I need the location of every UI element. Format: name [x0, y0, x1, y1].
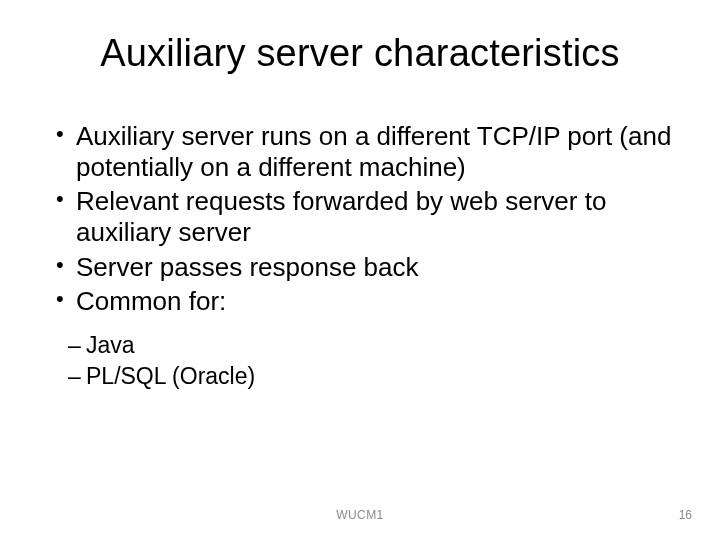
sub-bullet-list: Java PL/SQL (Oracle) — [40, 331, 680, 391]
bullet-item: Common for: — [56, 286, 680, 317]
sub-bullet-item: PL/SQL (Oracle) — [68, 362, 680, 391]
sub-bullet-item: Java — [68, 331, 680, 360]
footer-label: WUCM1 — [0, 508, 720, 522]
page-number: 16 — [679, 508, 692, 522]
bullet-item: Server passes response back — [56, 252, 680, 283]
slide-title: Auxiliary server characteristics — [40, 32, 680, 75]
bullet-list: Auxiliary server runs on a different TCP… — [40, 121, 680, 317]
bullet-item: Auxiliary server runs on a different TCP… — [56, 121, 680, 182]
slide: Auxiliary server characteristics Auxilia… — [0, 0, 720, 540]
bullet-item: Relevant requests forwarded by web serve… — [56, 186, 680, 247]
